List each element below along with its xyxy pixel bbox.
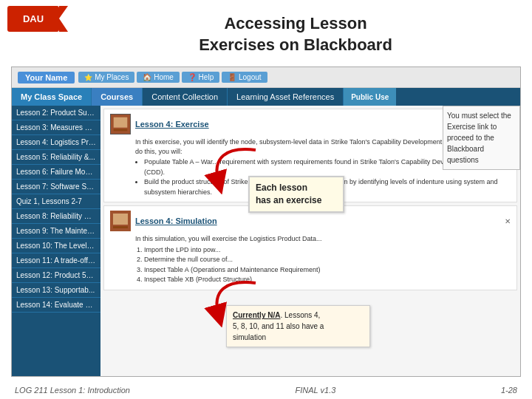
sidebar-item-lesson3[interactable]: Lesson 3: Measures of ...: [12, 120, 100, 135]
lesson-simulation-close[interactable]: ✕: [505, 217, 511, 225]
nav-help[interactable]: ❓ Help: [182, 72, 219, 83]
sidebar-item-lesson4-logistics[interactable]: Lesson 4: Logistics Prod...: [12, 135, 100, 150]
sidebar-item-quiz1[interactable]: Quiz 1, Lessons 2-7: [12, 194, 100, 209]
simulation-callout: Currently N/A. Lessons 4, 5, 8, 10, and …: [226, 305, 370, 347]
exercise-callout: Each lesson has an exercise: [248, 176, 344, 213]
sidebar-item-lesson10[interactable]: Lesson 10: The Level of...: [12, 239, 100, 253]
sidebar-item-lesson5[interactable]: Lesson 5: Reliability &...: [12, 150, 100, 165]
lesson-simulation-section: Lesson 4: Simulation ✕ In this simulatio…: [103, 205, 517, 290]
browser-nav: ⭐ My Places 🏠 Home ❓ Help 🚪 Logout: [78, 72, 267, 83]
footer-center: FINAL v1.3: [296, 386, 336, 395]
nav-logout[interactable]: 🚪 Logout: [222, 72, 267, 83]
sidebar-item-lesson9[interactable]: Lesson 9: The Mainterfa...: [12, 224, 100, 239]
sidebar: Lesson 2: Product Sup... Lesson 3: Measu…: [12, 106, 100, 377]
slide-header: Accessing Lesson Exercises on Blackboard: [0, 0, 532, 63]
username-field: Your Name: [18, 72, 75, 83]
footer-right: 1-28: [501, 386, 517, 395]
simulation-item-2: Determine the null course of...: [144, 255, 511, 265]
currently-na-text: Currently N/A: [233, 311, 280, 319]
sidebar-item-lesson12[interactable]: Lesson 12: Product 5u...: [12, 268, 100, 283]
lesson-simulation-title[interactable]: Lesson 4: Simulation: [135, 216, 217, 225]
slide-footer: LOG 211 Lesson 1: Introduction FINAL v1.…: [0, 386, 532, 395]
simulation-item-4: Inspect Table XB (Product Structure): [144, 275, 511, 285]
lesson-simulation-icon: [110, 211, 131, 231]
svg-rect-2: [114, 129, 128, 132]
nav-my-places[interactable]: ⭐ My Places: [78, 72, 134, 83]
dau-logo-text: DAU: [7, 6, 59, 32]
slide-title: Accessing Lesson Exercises on Blackboard: [140, 7, 392, 59]
lms-nav-tabs: My Class Space Courses Content Collectio…: [12, 88, 520, 106]
browser-topbar: Your Name ⭐ My Places 🏠 Home ❓ Help 🚪 Lo…: [12, 67, 520, 88]
sidebar-item-lesson2[interactable]: Lesson 2: Product Sup...: [12, 106, 100, 120]
lesson-exercise-icon: [110, 114, 131, 134]
tab-public-use[interactable]: Public Use: [344, 88, 396, 106]
tab-content-collection[interactable]: Content Collection: [143, 88, 228, 106]
lesson-exercise-title[interactable]: Lesson 4: Exercise: [135, 120, 209, 129]
simulation-item-3: Inspect Table A (Operations and Maintena…: [144, 265, 511, 276]
sidebar-item-lesson14[interactable]: Lesson 14: Evaluate S...: [12, 298, 100, 313]
right-side-callout: You must select the Exercise link to pro…: [443, 106, 520, 170]
simulation-item-1: Import the LPD into pow...: [144, 245, 511, 256]
tab-my-class-space[interactable]: My Class Space: [12, 88, 92, 106]
browser-screenshot: Your Name ⭐ My Places 🏠 Home ❓ Help 🚪 Lo…: [11, 66, 521, 377]
tab-courses[interactable]: Courses: [92, 88, 143, 106]
lesson-simulation-description: In this simulation, you will exercise th…: [135, 234, 511, 244]
dau-logo: DAU: [7, 6, 66, 35]
svg-rect-5: [113, 226, 128, 228]
sidebar-item-lesson13[interactable]: Lesson 13: Supportab...: [12, 283, 100, 298]
lms-body: Lesson 2: Product Sup... Lesson 3: Measu…: [12, 106, 520, 377]
tab-learning-asset[interactable]: Learning Asset References: [228, 88, 344, 106]
svg-rect-4: [113, 214, 128, 225]
sidebar-item-lesson7[interactable]: Lesson 7: Software Sup...: [12, 180, 100, 194]
sidebar-item-lesson11[interactable]: Lesson 11: A trade-off ...: [12, 253, 100, 268]
sidebar-item-lesson6[interactable]: Lesson 6: Failure Mode...: [12, 165, 100, 180]
nav-home[interactable]: 🏠 Home: [137, 72, 179, 83]
footer-left: LOG 211 Lesson 1: Introduction: [15, 386, 130, 395]
svg-rect-1: [114, 117, 128, 128]
sidebar-item-lesson8[interactable]: Lesson 8: Reliability Ca...: [12, 209, 100, 224]
lesson-simulation-list: Import the LPD into pow... Determine the…: [144, 245, 511, 285]
